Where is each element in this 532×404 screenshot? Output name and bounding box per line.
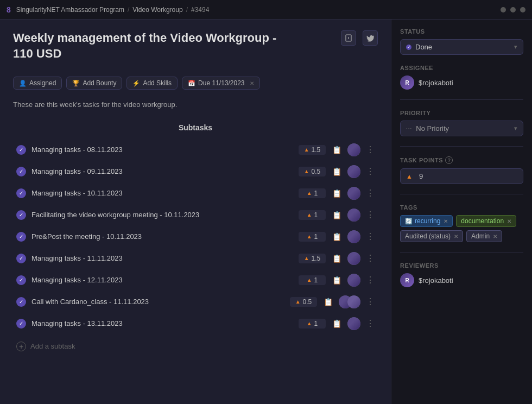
- calendar-icon: 📋: [331, 167, 342, 176]
- subtask-row[interactable]: ✓ Managing tasks - 08.11.2023 ▲ 1.5 📋 ⋮: [13, 140, 378, 160]
- more-icon[interactable]: ⋮: [366, 231, 375, 242]
- avatar-group: [339, 295, 360, 308]
- avatar-group: [347, 252, 360, 265]
- more-icon[interactable]: ⋮: [366, 210, 375, 220]
- skills-icon: ⚡: [132, 80, 140, 87]
- reviewer-row: R $rojokaboti: [400, 273, 523, 287]
- points-value: 1: [314, 233, 318, 241]
- subtask-name: Facilitating the video workgroup meeting…: [31, 211, 293, 219]
- check-icon: ✓: [16, 275, 26, 285]
- triangle-icon: ▲: [406, 173, 413, 180]
- subtasks-header: Subtasks: [13, 123, 378, 132]
- more-icon[interactable]: ⋮: [366, 318, 375, 329]
- help-icon[interactable]: ?: [445, 156, 453, 164]
- recurring-icon: 🔄: [405, 218, 413, 225]
- avatar-group: [347, 187, 360, 200]
- breadcrumb-issue-id: #3494: [191, 6, 209, 14]
- more-icon[interactable]: ⋮: [366, 275, 375, 285]
- more-icon[interactable]: ⋮: [366, 144, 375, 155]
- more-icon[interactable]: ⋮: [366, 166, 375, 176]
- subtask-points: ▲ 1: [299, 319, 326, 329]
- triangle-icon: ▲: [304, 255, 309, 261]
- avatar: [347, 252, 360, 265]
- check-icon: ✓: [16, 188, 26, 198]
- tag-admin[interactable]: Admin ✕: [466, 230, 502, 242]
- more-icon[interactable]: ⋮: [366, 188, 375, 198]
- more-icon[interactable]: ⋮: [366, 253, 375, 263]
- due-date-close-icon[interactable]: ✕: [250, 80, 254, 86]
- tag-close-icon[interactable]: ✕: [507, 218, 511, 224]
- subtask-name: Managing tasks - 09.11.2023: [31, 167, 293, 175]
- add-subtask-button[interactable]: + Add a subtask: [13, 337, 378, 356]
- triangle-icon: ▲: [304, 168, 309, 174]
- add-bounty-button[interactable]: 🏆 Add Bounty: [66, 77, 122, 90]
- subtask-points: ▲ 0.5: [290, 297, 317, 307]
- subtask-row[interactable]: ✓ Facilitating the video workgroup meeti…: [13, 205, 378, 225]
- window-ctrl-2[interactable]: [510, 7, 516, 12]
- points-value: 1.5: [312, 255, 321, 262]
- twitter-button[interactable]: [363, 30, 378, 46]
- triangle-icon: ▲: [307, 277, 312, 283]
- calendar-icon: 📋: [331, 254, 342, 263]
- add-skills-button[interactable]: ⚡ Add Skills: [126, 77, 178, 90]
- priority-dropdown[interactable]: ··· No Priority ▾: [400, 121, 523, 136]
- subtask-points: ▲ 1: [299, 232, 326, 242]
- subtask-name: Managing tasks - 11.11.2023: [31, 254, 293, 262]
- subtask-points: ▲ 1: [299, 188, 326, 198]
- tag-audited[interactable]: Audited (status) ✕: [400, 230, 463, 242]
- reviewers-section: REVIEWERS R $rojokaboti: [400, 262, 523, 287]
- tags-section-label: TAGS: [400, 204, 523, 211]
- tag-close-icon[interactable]: ✕: [444, 218, 448, 224]
- window-ctrl-3[interactable]: [520, 7, 525, 12]
- subtask-row[interactable]: ✓ Managing tasks - 13.11.2023 ▲ 1 📋 ⋮: [13, 313, 378, 334]
- assignee-avatar: R: [400, 75, 414, 90]
- triangle-icon: ▲: [307, 233, 312, 239]
- breadcrumb-sep1: /: [128, 6, 129, 14]
- subtask-name: Call with Cardano_class - 11.11.2023: [31, 298, 284, 306]
- subtask-row[interactable]: ✓ Managing tasks - 11.11.2023 ▲ 1.5 📋 ⋮: [13, 248, 378, 269]
- subtask-row[interactable]: ✓ Managing tasks - 10.11.2023 ▲ 1 📋 ⋮: [13, 183, 378, 204]
- assigned-chip[interactable]: 👤 Assigned: [13, 77, 62, 90]
- calendar-icon: 📋: [331, 146, 342, 154]
- subtask-name: Managing tasks - 13.11.2023: [31, 319, 293, 327]
- avatar: [347, 165, 360, 178]
- chevron-down-icon: ▾: [514, 43, 517, 50]
- tag-close-icon[interactable]: ✕: [454, 233, 458, 239]
- add-subtask-label: Add a subtask: [30, 342, 75, 350]
- subtask-row[interactable]: ✓ Pre&Post the meeting - 10.11.2023 ▲ 1 …: [13, 226, 378, 247]
- subtask-name: Managing tasks - 10.11.2023: [31, 189, 293, 197]
- assignee-section-label: ASSIGNEE: [400, 65, 523, 71]
- avatar: [347, 187, 360, 200]
- breadcrumb-group[interactable]: Video Workgroup: [132, 6, 182, 14]
- status-section: STATUS Done ▾: [400, 28, 523, 55]
- bookmark-button[interactable]: [341, 30, 356, 46]
- priority-inner: ··· No Priority: [406, 124, 449, 132]
- app-container: 8 SingularityNET Ambassador Program / Vi…: [0, 0, 532, 404]
- window-ctrl-1[interactable]: [501, 7, 506, 12]
- check-icon: ✓: [16, 232, 26, 242]
- tag-documentation[interactable]: documentation ✕: [456, 215, 516, 227]
- subtask-list: ✓ Managing tasks - 08.11.2023 ▲ 1.5 📋 ⋮ …: [13, 140, 378, 334]
- more-icon[interactable]: ⋮: [366, 296, 375, 307]
- breadcrumb-org[interactable]: SingularityNET Ambassador Program: [16, 6, 124, 14]
- calendar-icon: 📅: [188, 80, 195, 87]
- assignee-section: ASSIGNEE R $rojokaboti: [400, 65, 523, 90]
- subtask-row[interactable]: ✓ Managing tasks - 12.11.2023 ▲ 1 📋 ⋮: [13, 270, 378, 291]
- bounty-label: Add Bounty: [83, 79, 116, 87]
- subtask-row[interactable]: ✓ Managing tasks - 09.11.2023 ▲ 0.5 📋 ⋮: [13, 161, 378, 182]
- calendar-icon: 📋: [331, 232, 342, 241]
- triangle-icon: ▲: [304, 147, 309, 153]
- points-value: 1.5: [312, 146, 321, 154]
- tag-recurring[interactable]: 🔄 recurring ✕: [400, 215, 453, 227]
- check-icon: ✓: [16, 319, 26, 329]
- title-bar: 8 SingularityNET Ambassador Program / Vi…: [0, 0, 532, 20]
- status-dropdown[interactable]: Done ▾: [400, 39, 523, 55]
- subtask-points: ▲ 0.5: [299, 167, 326, 176]
- assigned-label: Assigned: [29, 79, 56, 87]
- points-value: 1: [314, 211, 318, 219]
- tag-close-icon[interactable]: ✕: [493, 233, 497, 239]
- subtask-row[interactable]: ✓ Call with Cardano_class - 11.11.2023 ▲…: [13, 292, 378, 312]
- due-date-chip[interactable]: 📅 Due 11/13/2023 ✕: [182, 77, 259, 90]
- priority-dots-icon: ···: [406, 125, 412, 131]
- status-section-label: STATUS: [400, 28, 523, 35]
